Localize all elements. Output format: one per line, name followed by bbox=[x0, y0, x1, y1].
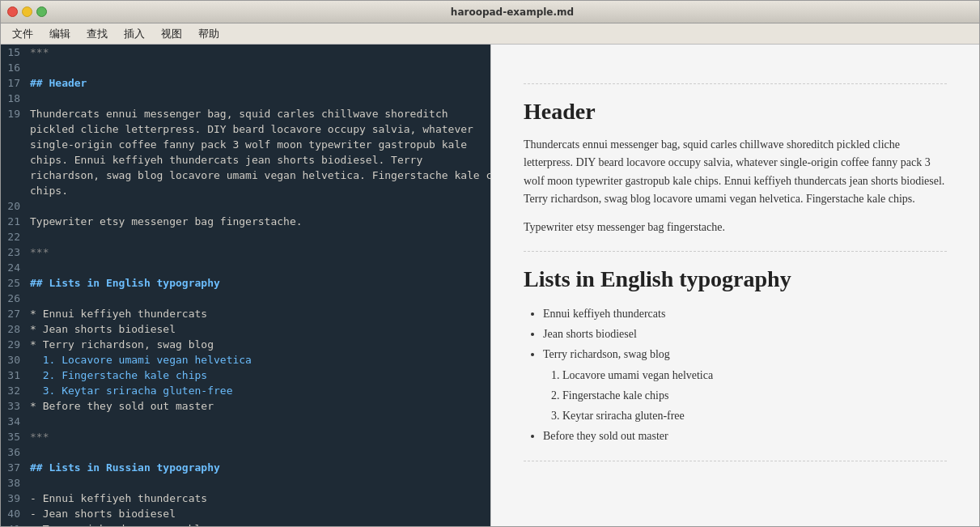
line-number: 37 bbox=[1, 460, 27, 475]
line-content[interactable] bbox=[27, 91, 490, 106]
preview-hr-top bbox=[524, 83, 947, 84]
editor-line: 19Thundercats ennui messenger bag, squid… bbox=[1, 106, 490, 121]
sub-list-item-1: Locavore umami vegan helvetica bbox=[562, 365, 947, 385]
line-number: 15 bbox=[1, 45, 27, 60]
maximize-button[interactable] bbox=[36, 6, 47, 17]
line-number: 27 bbox=[1, 306, 27, 321]
line-content[interactable]: Thundercats ennui messenger bag, squid c… bbox=[27, 106, 490, 121]
editor-line: 33* Before they sold out master bbox=[1, 398, 490, 414]
line-content[interactable]: Typewriter etsy messenger bag fingerstac… bbox=[27, 214, 490, 229]
line-content[interactable]: - Jean shorts biodiesel bbox=[27, 506, 490, 521]
line-content[interactable] bbox=[27, 444, 490, 460]
line-content[interactable] bbox=[27, 260, 490, 275]
editor-line: chips. bbox=[1, 183, 490, 198]
line-number: 34 bbox=[1, 414, 27, 429]
window-controls[interactable] bbox=[7, 6, 47, 17]
editor-line: 16 bbox=[1, 60, 490, 75]
editor-line: 31 2. Fingerstache kale chips bbox=[1, 368, 490, 383]
line-content[interactable]: 3. Keytar sriracha gluten-free bbox=[27, 383, 490, 398]
editor-line: 32 3. Keytar sriracha gluten-free bbox=[1, 383, 490, 398]
line-content[interactable] bbox=[27, 229, 490, 244]
line-number: 23 bbox=[1, 244, 27, 260]
line-number: 18 bbox=[1, 91, 27, 106]
editor-line: 21Typewriter etsy messenger bag fingerst… bbox=[1, 214, 490, 229]
line-content[interactable]: ## Lists in Russian typography bbox=[27, 460, 490, 475]
main-window: haroopad-example.md 文件编辑查找插入视图帮助 15***16… bbox=[0, 0, 980, 527]
line-content[interactable] bbox=[27, 291, 490, 306]
editor-line: richardson, swag blog locavore umami veg… bbox=[1, 168, 490, 183]
line-content[interactable] bbox=[27, 198, 490, 214]
line-content[interactable] bbox=[27, 414, 490, 429]
menu-item-视图[interactable]: 视图 bbox=[153, 24, 190, 44]
editor-line: pickled cliche letterpress. DIY beard lo… bbox=[1, 121, 490, 137]
line-number bbox=[1, 183, 27, 198]
line-number: 26 bbox=[1, 291, 27, 306]
minimize-button[interactable] bbox=[22, 6, 32, 17]
line-number: 25 bbox=[1, 275, 27, 291]
line-content[interactable]: *** bbox=[27, 429, 490, 444]
line-content[interactable]: single-origin coffee fanny pack 3 wolf m… bbox=[27, 137, 490, 152]
line-content[interactable]: *** bbox=[27, 244, 490, 260]
line-number: 40 bbox=[1, 506, 27, 521]
line-content[interactable]: - Ennui keffiyeh thundercats bbox=[27, 491, 490, 506]
editor-line: 39- Ennui keffiyeh thundercats bbox=[1, 491, 490, 506]
menu-item-帮助[interactable]: 帮助 bbox=[190, 24, 227, 44]
sub-list: Locavore umami vegan helvetica Fingersta… bbox=[562, 365, 947, 427]
line-content[interactable]: chips. Ennui keffiyeh thundercats jean s… bbox=[27, 152, 490, 168]
list-item-2: Jean shorts biodiesel bbox=[543, 324, 947, 344]
editor-line: 26 bbox=[1, 291, 490, 306]
menu-item-插入[interactable]: 插入 bbox=[116, 24, 153, 44]
editor-line: chips. Ennui keffiyeh thundercats jean s… bbox=[1, 152, 490, 168]
list-item-3: Terry richardson, swag blog Locavore uma… bbox=[543, 344, 947, 426]
editor-line: 17## Header bbox=[1, 75, 490, 91]
line-number: 20 bbox=[1, 198, 27, 214]
editor-line: single-origin coffee fanny pack 3 wolf m… bbox=[1, 137, 490, 152]
line-content[interactable]: * Jean shorts biodiesel bbox=[27, 321, 490, 337]
line-content[interactable]: pickled cliche letterpress. DIY beard lo… bbox=[27, 121, 490, 137]
window-title: haroopad-example.md bbox=[52, 6, 973, 18]
content-area: 15***1617## Header1819Thundercats ennui … bbox=[1, 45, 979, 526]
line-content[interactable]: * Before they sold out master bbox=[27, 398, 490, 414]
editor-pane[interactable]: 15***1617## Header1819Thundercats ennui … bbox=[1, 45, 490, 526]
line-content[interactable]: 2. Fingerstache kale chips bbox=[27, 368, 490, 383]
line-content[interactable] bbox=[27, 475, 490, 491]
editor-line: 40- Jean shorts biodiesel bbox=[1, 506, 490, 521]
editor-line: 34 bbox=[1, 414, 490, 429]
line-content[interactable]: *** bbox=[27, 45, 490, 60]
menu-item-文件[interactable]: 文件 bbox=[4, 24, 41, 44]
preview-pane[interactable]: Header Thundercats ennui messenger bag, … bbox=[490, 45, 979, 526]
line-number: 29 bbox=[1, 337, 27, 352]
line-content[interactable]: richardson, swag blog locavore umami veg… bbox=[27, 168, 490, 183]
preview-para-2: Typewriter etsy messenger bag fingerstac… bbox=[524, 219, 947, 236]
line-number bbox=[1, 121, 27, 137]
editor-line: 15*** bbox=[1, 45, 490, 60]
editor-line: 23*** bbox=[1, 244, 490, 260]
line-number: 22 bbox=[1, 229, 27, 244]
menu-item-编辑[interactable]: 编辑 bbox=[41, 24, 78, 44]
close-button[interactable] bbox=[7, 6, 18, 17]
line-content[interactable]: * Ennui keffiyeh thundercats bbox=[27, 306, 490, 321]
list-item-1: Ennui keffiyeh thundercats bbox=[543, 304, 947, 324]
line-content[interactable]: * Terry richardson, swag blog bbox=[27, 337, 490, 352]
editor-line: 27* Ennui keffiyeh thundercats bbox=[1, 306, 490, 321]
line-content[interactable]: chips. bbox=[27, 183, 490, 198]
line-number bbox=[1, 137, 27, 152]
editor-line: 29* Terry richardson, swag blog bbox=[1, 337, 490, 352]
line-number: 31 bbox=[1, 368, 27, 383]
menu-item-查找[interactable]: 查找 bbox=[78, 24, 116, 44]
titlebar: haroopad-example.md bbox=[1, 1, 979, 23]
editor-line: 22 bbox=[1, 229, 490, 244]
line-number: 38 bbox=[1, 475, 27, 491]
line-content[interactable] bbox=[27, 60, 490, 75]
line-number: 35 bbox=[1, 429, 27, 444]
line-number: 24 bbox=[1, 260, 27, 275]
editor-line: 20 bbox=[1, 198, 490, 214]
line-number bbox=[1, 152, 27, 168]
line-content[interactable]: - Terry richardson, swag blog bbox=[27, 521, 490, 526]
line-content[interactable]: 1. Locavore umami vegan helvetica bbox=[27, 352, 490, 368]
line-number: 19 bbox=[1, 106, 27, 121]
line-number: 28 bbox=[1, 321, 27, 337]
line-content[interactable]: ## Lists in English typography bbox=[27, 275, 490, 291]
line-content[interactable]: ## Header bbox=[27, 75, 490, 91]
editor-line: 25## Lists in English typography bbox=[1, 275, 490, 291]
